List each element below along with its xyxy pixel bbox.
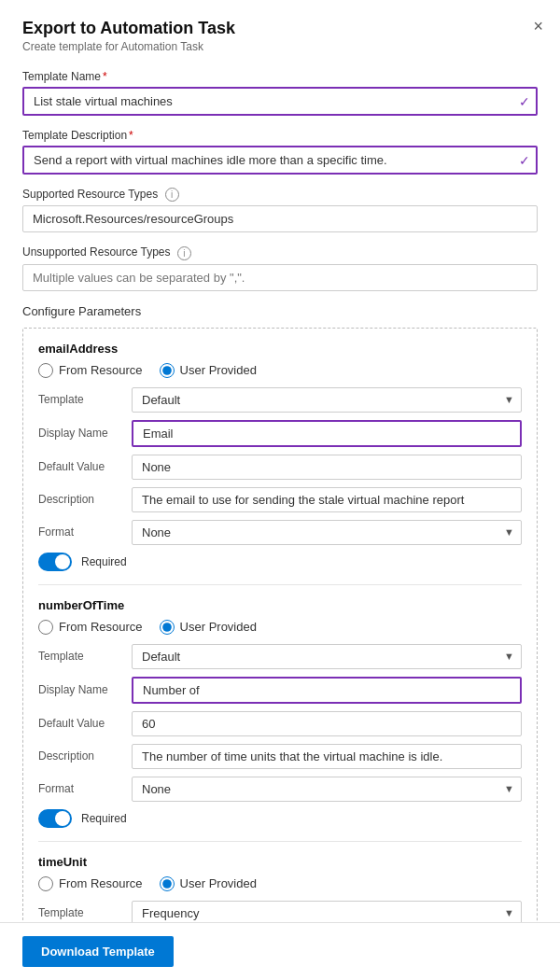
- numberof-template-wrapper: Default Frequency None ▼: [132, 644, 522, 669]
- template-description-field: Template Description* ✓: [22, 129, 538, 175]
- email-from-resource-radio[interactable]: [38, 363, 53, 378]
- timeunit-user-provided-radio[interactable]: [160, 876, 175, 891]
- email-format-select[interactable]: None Email Number: [132, 520, 522, 545]
- email-template-row: Template Default Frequency None ▼: [38, 387, 522, 413]
- numberof-template-select[interactable]: Default Frequency None: [132, 644, 522, 669]
- numberof-format-select[interactable]: None Email Number: [132, 777, 522, 802]
- template-description-label: Template Description*: [22, 129, 538, 142]
- supported-resource-types-label: Supported Resource Types i: [22, 188, 538, 202]
- unsupported-resource-types-field: Unsupported Resource Types i: [22, 245, 538, 290]
- email-display-name-row: Display Name: [38, 420, 522, 447]
- numberof-display-name-input[interactable]: [132, 677, 522, 704]
- unsupported-resource-types-label: Unsupported Resource Types i: [22, 245, 538, 259]
- numberof-from-resource-radio[interactable]: [38, 620, 53, 635]
- param-number-of: numberOfTime From Resource User Provided…: [38, 584, 522, 828]
- numberof-template-label: Template: [38, 650, 132, 663]
- numberof-toggle-knob: [55, 811, 70, 826]
- email-required-row: Required: [38, 553, 522, 571]
- timeunit-template-label: Template: [38, 906, 132, 919]
- numberof-required-toggle[interactable]: [38, 809, 72, 828]
- timeunit-user-provided-option[interactable]: User Provided: [160, 876, 257, 891]
- numberof-required-row: Required: [38, 809, 522, 828]
- dialog-title: Export to Automation Task: [22, 19, 538, 38]
- supported-info-icon: i: [165, 188, 179, 202]
- configure-section-box: emailAddress From Resource User Provided…: [22, 328, 538, 947]
- numberof-format-label: Format: [38, 782, 132, 795]
- email-description-label: Description: [38, 493, 132, 506]
- numberof-user-provided-radio[interactable]: [160, 620, 175, 635]
- email-user-provided-radio[interactable]: [160, 363, 175, 378]
- check-icon-desc: ✓: [519, 153, 530, 168]
- email-radio-row: From Resource User Provided: [38, 363, 522, 378]
- param-timeunit-name: timeUnit: [38, 855, 522, 869]
- email-description-input[interactable]: [132, 487, 522, 512]
- timeunit-from-resource-radio[interactable]: [38, 876, 53, 891]
- numberof-from-resource-option[interactable]: From Resource: [38, 620, 143, 635]
- supported-resource-types-input[interactable]: [22, 205, 538, 232]
- template-name-label: Template Name*: [22, 70, 538, 83]
- numberof-radio-row: From Resource User Provided: [38, 620, 522, 635]
- numberof-default-value-input[interactable]: [132, 711, 522, 736]
- numberof-user-provided-option[interactable]: User Provided: [160, 620, 257, 635]
- numberof-description-row: Description: [38, 744, 522, 769]
- export-dialog: Export to Automation Task Create templat…: [0, 0, 560, 980]
- configure-parameters-title: Configure Parameters: [22, 304, 538, 318]
- email-display-name-label: Display Name: [38, 427, 132, 440]
- email-user-provided-option[interactable]: User Provided: [160, 363, 257, 378]
- email-template-label: Template: [38, 393, 132, 406]
- template-description-input[interactable]: [22, 146, 538, 175]
- email-toggle-knob: [55, 554, 70, 569]
- dialog-subtitle: Create template for Automation Task: [22, 40, 538, 53]
- param-email-name: emailAddress: [38, 342, 522, 356]
- numberof-template-row: Template Default Frequency None ▼: [38, 644, 522, 669]
- email-description-row: Description: [38, 487, 522, 512]
- timeunit-from-resource-option[interactable]: From Resource: [38, 876, 143, 891]
- email-from-resource-option[interactable]: From Resource: [38, 363, 143, 378]
- email-template-wrapper: Default Frequency None ▼: [132, 387, 522, 413]
- numberof-description-label: Description: [38, 749, 132, 763]
- template-name-input[interactable]: [22, 87, 538, 116]
- download-template-button[interactable]: Download Template: [22, 936, 174, 967]
- template-description-wrapper: ✓: [22, 146, 538, 175]
- check-icon: ✓: [519, 94, 530, 109]
- numberof-default-value-label: Default Value: [38, 717, 132, 730]
- email-required-toggle[interactable]: [38, 553, 72, 571]
- template-name-wrapper: ✓: [22, 87, 538, 116]
- param-time-unit: timeUnit From Resource User Provided Tem…: [38, 841, 522, 926]
- email-display-name-input[interactable]: [132, 420, 522, 447]
- email-format-row: Format None Email Number ▼: [38, 520, 522, 545]
- numberof-format-row: Format None Email Number ▼: [38, 777, 522, 802]
- numberof-display-name-row: Display Name: [38, 677, 522, 704]
- numberof-description-input[interactable]: [132, 744, 522, 769]
- numberof-required-label: Required: [81, 812, 127, 825]
- email-default-value-row: Default Value: [38, 455, 522, 480]
- unsupported-info-icon: i: [177, 246, 191, 260]
- email-template-select[interactable]: Default Frequency None: [132, 387, 522, 413]
- numberof-display-name-label: Display Name: [38, 683, 132, 696]
- email-default-value-label: Default Value: [38, 460, 132, 473]
- supported-resource-types-field: Supported Resource Types i: [22, 188, 538, 232]
- numberof-format-wrapper: None Email Number ▼: [132, 777, 522, 802]
- configure-parameters-section: Configure Parameters emailAddress From R…: [22, 304, 538, 947]
- email-default-value-input[interactable]: [132, 455, 522, 480]
- timeunit-radio-row: From Resource User Provided: [38, 876, 522, 891]
- close-button[interactable]: ×: [533, 17, 543, 36]
- template-name-field: Template Name* ✓: [22, 70, 538, 116]
- unsupported-resource-types-input[interactable]: [22, 264, 538, 291]
- param-numberof-name: numberOfTime: [38, 598, 522, 612]
- numberof-default-value-row: Default Value: [38, 711, 522, 736]
- param-email-address: emailAddress From Resource User Provided…: [38, 342, 522, 571]
- email-required-label: Required: [81, 555, 127, 568]
- email-format-label: Format: [38, 525, 132, 539]
- bottom-bar: Download Template: [0, 922, 560, 980]
- email-format-wrapper: None Email Number ▼: [132, 520, 522, 545]
